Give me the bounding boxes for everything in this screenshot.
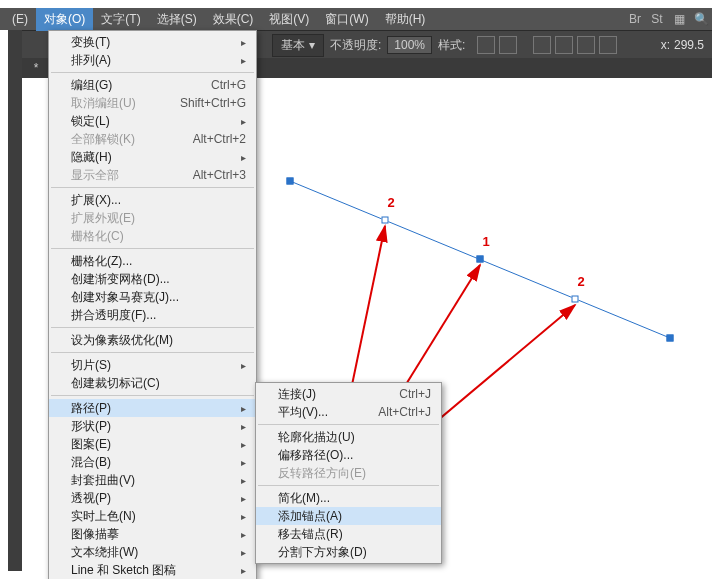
submenu-arrow-icon: ▸: [241, 565, 246, 576]
path-submenu-item[interactable]: 平均(V)...Alt+Ctrl+J: [256, 403, 441, 421]
object-menu-item[interactable]: 扩展(X)...: [49, 191, 256, 209]
align-icon[interactable]: [533, 36, 551, 54]
menubar: (E) 对象(O) 文字(T) 选择(S) 效果(C) 视图(V) 窗口(W) …: [0, 8, 712, 30]
transform-icon[interactable]: [577, 36, 595, 54]
object-menu-item[interactable]: 栅格化(C): [49, 227, 256, 245]
submenu-arrow-icon: ▸: [241, 475, 246, 486]
menu-help[interactable]: 帮助(H): [377, 8, 434, 31]
style-swatch-1[interactable]: [477, 36, 495, 54]
submenu-arrow-icon: ▸: [241, 439, 246, 450]
path-submenu-item[interactable]: 偏移路径(O)...: [256, 446, 441, 464]
submenu-arrow-icon: ▸: [241, 152, 246, 163]
object-menu-item[interactable]: Line 和 Sketch 图稿▸: [49, 561, 256, 579]
menu-effect[interactable]: 效果(C): [205, 8, 262, 31]
object-menu-item[interactable]: 显示全部Alt+Ctrl+3: [49, 166, 256, 184]
menu-select[interactable]: 选择(S): [149, 8, 205, 31]
submenu-arrow-icon: ▸: [241, 37, 246, 48]
object-menu-item[interactable]: 创建对象马赛克(J)...: [49, 288, 256, 306]
path-submenu-item[interactable]: 反转路径方向(E): [256, 464, 441, 482]
path-submenu-item[interactable]: 轮廓化描边(U): [256, 428, 441, 446]
submenu-arrow-icon: ▸: [241, 529, 246, 540]
path-submenu-item[interactable]: 连接(J)Ctrl+J: [256, 385, 441, 403]
object-menu-item[interactable]: 文本绕排(W)▸: [49, 543, 256, 561]
anchor-point[interactable]: [667, 335, 674, 342]
object-menu-item[interactable]: 混合(B)▸: [49, 453, 256, 471]
path-submenu: 连接(J)Ctrl+J平均(V)...Alt+Ctrl+J轮廓化描边(U)偏移路…: [255, 382, 442, 564]
shape-mode-icon[interactable]: [555, 36, 573, 54]
chevron-down-icon: ▾: [309, 38, 315, 52]
search-icon[interactable]: 🔍: [690, 10, 712, 28]
bridge-icon[interactable]: Br: [624, 10, 646, 28]
anchor-point[interactable]: [572, 296, 579, 303]
path-submenu-item[interactable]: 分割下方对象(D): [256, 543, 441, 561]
coord-x-label: x:: [661, 38, 670, 52]
path-submenu-item[interactable]: 简化(M)...: [256, 489, 441, 507]
style-swatch-2[interactable]: [499, 36, 517, 54]
anchor-point[interactable]: [287, 178, 294, 185]
submenu-arrow-icon: ▸: [241, 55, 246, 66]
coord-x-value: 299.5: [674, 38, 704, 52]
pixel-snap-icon[interactable]: [599, 36, 617, 54]
object-menu-item[interactable]: 形状(P)▸: [49, 417, 256, 435]
object-menu-item[interactable]: 实时上色(N)▸: [49, 507, 256, 525]
opacity-label: 不透明度:: [330, 37, 381, 54]
object-menu-item[interactable]: 扩展外观(E): [49, 209, 256, 227]
object-menu-item[interactable]: 栅格化(Z)...: [49, 252, 256, 270]
path-submenu-item[interactable]: 移去锚点(R): [256, 525, 441, 543]
submenu-arrow-icon: ▸: [241, 511, 246, 522]
anchor-label: 2: [387, 195, 394, 210]
object-menu-item[interactable]: 隐藏(H)▸: [49, 148, 256, 166]
object-menu-item[interactable]: 锁定(L)▸: [49, 112, 256, 130]
arrange-docs-icon[interactable]: ▦: [668, 10, 690, 28]
object-menu-item[interactable]: 编组(G)Ctrl+G: [49, 76, 256, 94]
object-menu-item[interactable]: 图像描摹▸: [49, 525, 256, 543]
submenu-arrow-icon: ▸: [241, 403, 246, 414]
object-menu-item[interactable]: 透视(P)▸: [49, 489, 256, 507]
object-menu-item[interactable]: 创建渐变网格(D)...: [49, 270, 256, 288]
basic-preset-label: 基本: [281, 37, 305, 54]
object-menu-item[interactable]: 创建裁切标记(C): [49, 374, 256, 392]
menu-type[interactable]: 文字(T): [93, 8, 148, 31]
style-label: 样式:: [438, 37, 465, 54]
submenu-arrow-icon: ▸: [241, 547, 246, 558]
object-menu-item[interactable]: 切片(S)▸: [49, 356, 256, 374]
submenu-arrow-icon: ▸: [241, 360, 246, 371]
menu-object[interactable]: 对象(O): [36, 8, 93, 31]
object-menu-item[interactable]: 路径(P)▸: [49, 399, 256, 417]
opacity-input[interactable]: 100%: [387, 36, 432, 54]
anchor-point[interactable]: [477, 256, 484, 263]
menu-edit[interactable]: (E): [4, 9, 36, 29]
anchor-point[interactable]: [382, 217, 389, 224]
object-menu-item[interactable]: 图案(E)▸: [49, 435, 256, 453]
object-menu-item[interactable]: 拼合透明度(F)...: [49, 306, 256, 324]
left-tool-strip: [8, 30, 22, 571]
stock-icon[interactable]: St: [646, 10, 668, 28]
path-submenu-item[interactable]: 添加锚点(A): [256, 507, 441, 525]
anchor-label: 2: [577, 274, 584, 289]
object-menu-item[interactable]: 封套扭曲(V)▸: [49, 471, 256, 489]
object-menu-item[interactable]: 全部解锁(K)Alt+Ctrl+2: [49, 130, 256, 148]
menu-window[interactable]: 窗口(W): [317, 8, 376, 31]
submenu-arrow-icon: ▸: [241, 457, 246, 468]
object-menu-item[interactable]: 取消编组(U)Shift+Ctrl+G: [49, 94, 256, 112]
menu-view[interactable]: 视图(V): [261, 8, 317, 31]
object-menu-dropdown: 变换(T)▸排列(A)▸编组(G)Ctrl+G取消编组(U)Shift+Ctrl…: [48, 30, 257, 579]
submenu-arrow-icon: ▸: [241, 116, 246, 127]
object-menu-item[interactable]: 变换(T)▸: [49, 33, 256, 51]
object-menu-item[interactable]: 设为像素级优化(M): [49, 331, 256, 349]
submenu-arrow-icon: ▸: [241, 493, 246, 504]
basic-preset-button[interactable]: 基本 ▾: [272, 34, 324, 57]
object-menu-item[interactable]: 排列(A)▸: [49, 51, 256, 69]
document-tab[interactable]: *: [22, 58, 50, 78]
submenu-arrow-icon: ▸: [241, 421, 246, 432]
anchor-label: 1: [482, 234, 489, 249]
